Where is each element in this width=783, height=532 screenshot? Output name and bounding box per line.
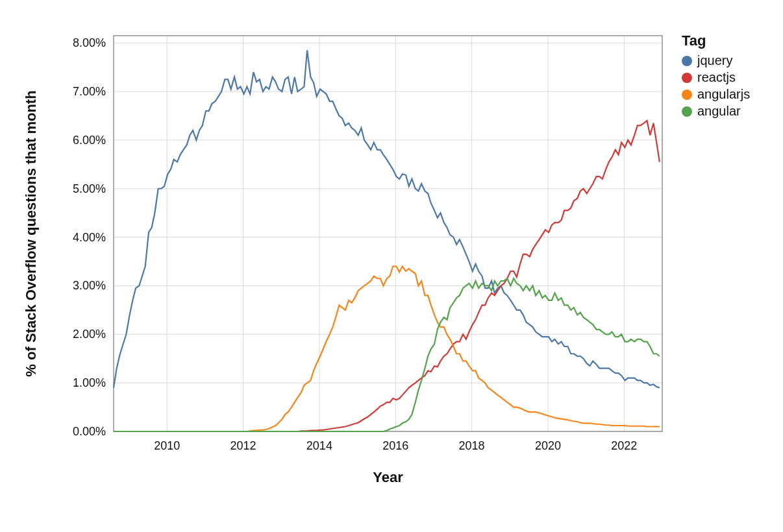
legend-item-jquery: jquery xyxy=(682,53,732,67)
legend-swatch xyxy=(682,73,692,83)
series-jquery xyxy=(114,50,660,387)
chart-container: 20102012201420162018202020220.00%1.00%2.… xyxy=(0,0,783,532)
y-tick-label: 5.00% xyxy=(73,182,106,195)
x-axis: 2010201220142016201820202022 xyxy=(154,431,637,452)
y-tick-label: 2.00% xyxy=(73,328,106,341)
x-tick-label: 2014 xyxy=(306,439,332,452)
y-tick-label: 3.00% xyxy=(73,279,106,292)
y-axis: 0.00%1.00%2.00%3.00%4.00%5.00%6.00%7.00%… xyxy=(73,36,114,438)
x-tick-label: 2018 xyxy=(459,439,485,452)
legend-item-reactjs: reactjs xyxy=(682,70,736,84)
series-reactjs xyxy=(114,121,660,431)
legend-label: reactjs xyxy=(697,70,736,84)
y-tick-label: 8.00% xyxy=(73,36,106,49)
x-tick-label: 2020 xyxy=(535,439,561,452)
legend-item-angularjs: angularjs xyxy=(682,87,750,101)
y-tick-label: 7.00% xyxy=(73,85,106,98)
series-group xyxy=(114,50,660,431)
legend-swatch xyxy=(682,56,692,66)
y-tick-label: 1.00% xyxy=(73,376,106,389)
legend-label: angular xyxy=(697,104,741,118)
legend-swatch xyxy=(682,90,692,100)
series-angular xyxy=(114,278,660,431)
y-tick-label: 6.00% xyxy=(73,134,106,147)
gridlines xyxy=(114,36,662,431)
x-axis-label: Year xyxy=(373,469,403,485)
chart-svg: 20102012201420162018202020220.00%1.00%2.… xyxy=(0,0,783,532)
y-axis-label: % of Stack Overflow questions that month xyxy=(23,90,39,376)
legend-item-angular: angular xyxy=(682,104,741,118)
y-tick-label: 0.00% xyxy=(73,425,106,438)
legend-label: jquery xyxy=(697,53,732,67)
legend-label: angularjs xyxy=(697,87,750,101)
x-tick-label: 2012 xyxy=(230,439,256,452)
legend: Tagjqueryreactjsangularjsangular xyxy=(682,32,750,118)
legend-swatch xyxy=(682,106,692,117)
x-tick-label: 2022 xyxy=(611,439,637,452)
series-angularjs xyxy=(114,267,660,431)
x-tick-label: 2010 xyxy=(154,439,180,452)
legend-title: Tag xyxy=(682,32,706,49)
y-tick-label: 4.00% xyxy=(73,231,106,244)
x-tick-label: 2016 xyxy=(382,439,408,452)
plot-border xyxy=(114,36,662,431)
